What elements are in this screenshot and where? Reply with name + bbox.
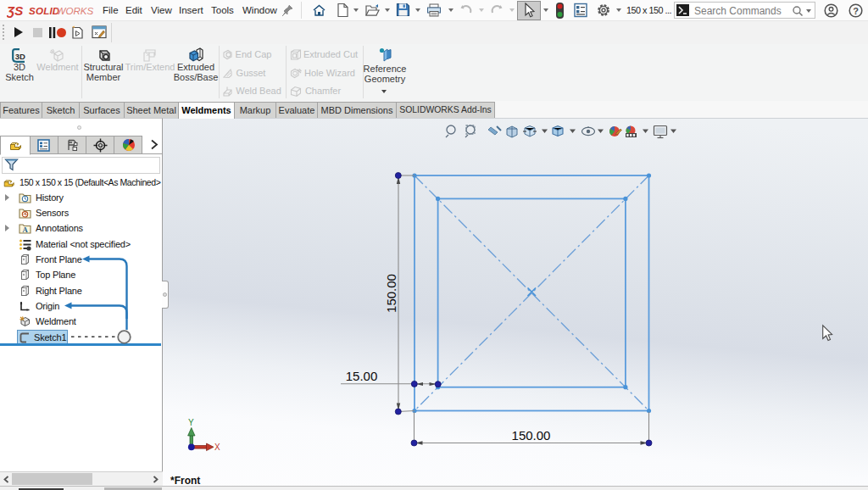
svg-text:SOLID: SOLID xyxy=(29,5,60,16)
svg-text:A: A xyxy=(22,226,28,234)
svg-text:Y: Y xyxy=(188,418,194,427)
svg-text:WORKS: WORKS xyxy=(57,5,94,16)
svg-text:?: ? xyxy=(853,6,859,16)
svg-text:3D: 3D xyxy=(15,52,25,61)
svg-text:X: X xyxy=(214,443,220,452)
svg-text:ƷS: ƷS xyxy=(7,3,23,18)
